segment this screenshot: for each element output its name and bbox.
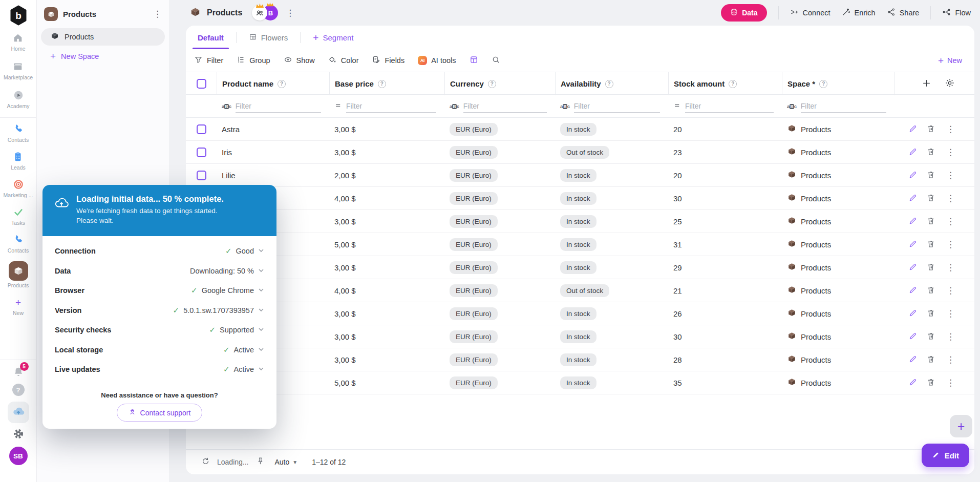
cell-currency[interactable]: EUR (Euro) [444, 261, 555, 274]
group-button[interactable]: Group [237, 55, 270, 66]
chevron-down-icon[interactable] [258, 266, 264, 276]
cell-space[interactable]: Products [782, 308, 894, 319]
kebab-menu-icon[interactable]: ⋮ [284, 8, 296, 18]
chevron-down-icon[interactable] [258, 325, 264, 334]
cell-stock-amount[interactable]: 20 [668, 171, 782, 180]
cell-availability[interactable]: In stock [555, 307, 668, 320]
cell-stock-amount[interactable]: 26 [668, 309, 782, 318]
chevron-down-icon[interactable] [258, 286, 264, 295]
row-menu-icon[interactable]: ⋮ [944, 354, 957, 365]
chevron-down-icon[interactable] [258, 306, 264, 315]
cell-currency[interactable]: EUR (Euro) [444, 123, 555, 136]
cell-space[interactable]: Products [782, 377, 894, 388]
color-button[interactable]: Color [328, 55, 359, 66]
cell-availability[interactable]: In stock [555, 353, 668, 366]
edit-pencil-icon[interactable] [908, 147, 918, 158]
rail-item-marketing[interactable]: Marketing ... [4, 178, 33, 198]
column-header-stock-amount[interactable]: Stock amount? [668, 72, 782, 95]
cell-stock-amount[interactable]: 30 [668, 194, 782, 203]
cell-space[interactable]: Products [782, 146, 894, 158]
cell-availability[interactable]: Out of stock [555, 146, 668, 159]
cell-availability[interactable]: Out of stock [555, 284, 668, 297]
connect-button[interactable]: Connect [790, 8, 830, 18]
table-row[interactable]: 3,00 $ EUR (Euro) In stock 26 Products ⋮ [186, 302, 974, 325]
table-row[interactable]: 5,00 $ EUR (Euro) In stock 35 Products ⋮ [186, 371, 974, 394]
cell-availability[interactable]: In stock [555, 123, 668, 136]
row-menu-icon[interactable]: ⋮ [944, 285, 957, 296]
share-button[interactable]: Share [887, 8, 920, 18]
rail-item-home[interactable]: Home [11, 32, 25, 52]
column-header-product-name[interactable]: Product name? [217, 72, 329, 95]
cell-currency[interactable]: EUR (Euro) [444, 330, 555, 343]
search-button[interactable] [492, 55, 500, 66]
table-row[interactable]: 3,00 $ EUR (Euro) In stock 28 Products ⋮ [186, 348, 974, 371]
bubble-logo-icon[interactable]: b [8, 5, 29, 26]
cell-space[interactable]: Products [782, 262, 894, 273]
rail-item-contacts-2[interactable]: Contacts [8, 234, 29, 254]
edit-pencil-icon[interactable] [908, 354, 918, 365]
cell-stock-amount[interactable]: 29 [668, 263, 782, 272]
chevron-down-icon[interactable] [258, 365, 264, 374]
table-row[interactable]: Lilie 2,00 $ EUR (Euro) In stock 20 Prod… [186, 164, 974, 187]
help-button[interactable]: ? [12, 384, 25, 396]
delete-trash-icon[interactable] [926, 354, 935, 365]
table-row[interactable]: 3,00 $ EUR (Euro) In stock 30 Products ⋮ [186, 325, 974, 348]
cell-space[interactable]: Products [782, 239, 894, 250]
rail-item-tasks[interactable]: Tasks [11, 206, 25, 226]
row-menu-icon[interactable]: ⋮ [944, 378, 957, 388]
cell-stock-amount[interactable]: 20 [668, 125, 782, 134]
table-row[interactable]: 4,00 $ EUR (Euro) Out of stock 21 Produc… [186, 279, 974, 302]
cell-stock-amount[interactable]: 25 [668, 217, 782, 226]
cell-currency[interactable]: EUR (Euro) [444, 146, 555, 159]
row-menu-icon[interactable]: ⋮ [944, 147, 957, 158]
cell-base-price[interactable]: 2,00 $ [329, 171, 444, 180]
cell-availability[interactable]: In stock [555, 169, 668, 182]
edit-pencil-icon[interactable] [908, 285, 918, 296]
filter-input-product-name[interactable] [236, 100, 321, 113]
cell-base-price[interactable]: 3,00 $ [329, 148, 444, 157]
enrich-button[interactable]: Enrich [842, 8, 876, 18]
cell-space[interactable]: Products [782, 216, 894, 227]
help-icon[interactable]: ? [378, 80, 386, 88]
edit-pencil-icon[interactable] [908, 331, 918, 342]
cell-base-price[interactable]: 3,00 $ [329, 309, 444, 318]
delete-trash-icon[interactable] [926, 331, 935, 342]
delete-trash-icon[interactable] [926, 216, 935, 227]
row-menu-icon[interactable]: ⋮ [944, 216, 957, 227]
cell-base-price[interactable]: 3,00 $ [329, 332, 444, 341]
delete-trash-icon[interactable] [926, 378, 935, 388]
cell-stock-amount[interactable]: 35 [668, 379, 782, 387]
row-menu-icon[interactable]: ⋮ [944, 124, 957, 135]
help-icon[interactable]: ? [729, 80, 737, 88]
edit-pencil-icon[interactable] [908, 193, 918, 204]
edit-pencil-icon[interactable] [908, 216, 918, 227]
show-button[interactable]: Show [284, 55, 315, 66]
kebab-menu-icon[interactable]: ⋮ [151, 9, 164, 19]
layout-button[interactable] [470, 55, 478, 66]
delete-trash-icon[interactable] [926, 262, 935, 273]
cell-base-price[interactable]: 4,00 $ [329, 286, 444, 295]
cell-space[interactable]: Products [782, 170, 894, 181]
cell-base-price[interactable]: 4,00 $ [329, 194, 444, 203]
sidebar-item-products[interactable]: Products [41, 28, 165, 46]
refresh-icon[interactable] [201, 457, 210, 467]
table-settings-gear-icon[interactable] [945, 78, 955, 90]
delete-trash-icon[interactable] [926, 308, 935, 319]
cell-base-price[interactable]: 3,00 $ [329, 125, 444, 134]
new-space-button[interactable]: + New Space [50, 51, 99, 61]
delete-trash-icon[interactable] [926, 239, 935, 250]
help-icon[interactable]: ? [488, 80, 496, 88]
row-menu-icon[interactable]: ⋮ [944, 170, 957, 181]
cell-base-price[interactable]: 3,00 $ [329, 263, 444, 272]
filter-input-base-price[interactable] [346, 100, 436, 113]
fields-button[interactable]: Fields [372, 55, 404, 66]
delete-trash-icon[interactable] [926, 193, 935, 204]
row-menu-icon[interactable]: ⋮ [944, 193, 957, 204]
notifications-button[interactable]: 5 [12, 366, 25, 378]
cell-stock-amount[interactable]: 28 [668, 355, 782, 364]
rail-item-marketplace[interactable]: Marketplace [4, 60, 33, 80]
cell-base-price[interactable]: 3,00 $ [329, 355, 444, 364]
edit-pencil-icon[interactable] [908, 308, 918, 319]
filter-input-currency[interactable] [463, 100, 547, 113]
table-row[interactable]: 4,00 $ EUR (Euro) In stock 30 Products ⋮ [186, 187, 974, 210]
